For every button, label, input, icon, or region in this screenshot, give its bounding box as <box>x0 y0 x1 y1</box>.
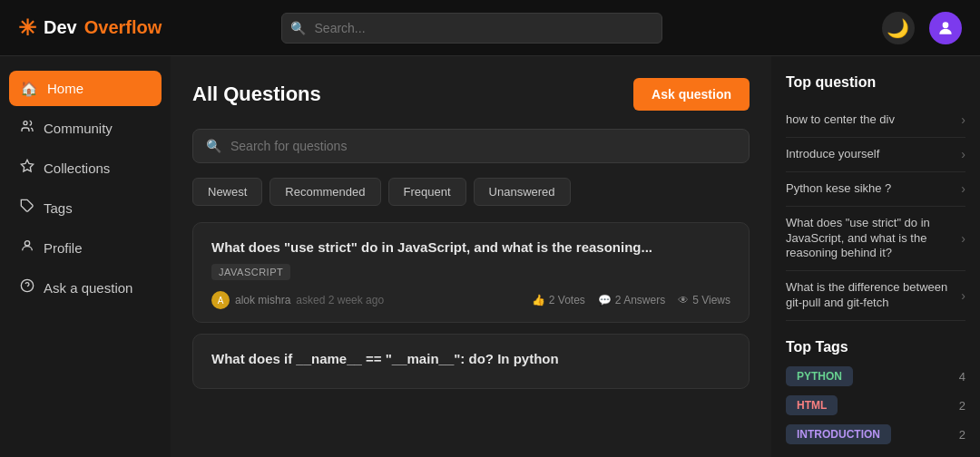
main-content: All Questions Ask question 🔍 Newest Reco… <box>171 56 771 457</box>
search-icon: 🔍 <box>290 21 306 35</box>
top-question-item-5[interactable]: What is the difference between git-pull … <box>786 271 965 321</box>
views-stat-1: 👁 5 Views <box>678 294 730 306</box>
sidebar-item-ask[interactable]: Ask a question <box>9 269 162 306</box>
layout: 🏠 Home Community Collections Tags Pro <box>0 56 980 457</box>
page-title: All Questions <box>192 83 321 106</box>
community-icon <box>20 119 34 137</box>
chevron-right-icon-2: › <box>961 147 965 161</box>
author-avatar-1: A <box>211 291 230 309</box>
top-question-item-4[interactable]: What does "use strict" do in JavaScript,… <box>786 207 965 272</box>
author-time-1: asked 2 week ago <box>296 294 384 306</box>
dark-mode-button[interactable]: 🌙 <box>882 12 915 44</box>
sidebar-item-community-label: Community <box>44 121 113 136</box>
answers-stat-1: 💬 2 Answers <box>598 294 665 306</box>
top-question-item-2[interactable]: Introduce yourself › <box>786 138 965 172</box>
svg-point-1 <box>24 122 27 125</box>
eye-icon: 👁 <box>678 294 689 306</box>
avatar[interactable] <box>929 12 962 44</box>
right-panel: Top question how to center the div › Int… <box>771 56 980 457</box>
question-tabs: Newest Recommended Frequent Unanswered <box>192 178 750 206</box>
home-icon: 🏠 <box>20 80 38 97</box>
ask-icon <box>20 278 34 297</box>
chevron-right-icon-5: › <box>961 288 965 303</box>
tag-pill-python[interactable]: PYTHON <box>786 366 853 386</box>
chevron-right-icon-4: › <box>961 231 965 246</box>
sidebar-item-tags-label: Tags <box>44 200 73 216</box>
sidebar-item-collections-label: Collections <box>44 160 110 176</box>
question-title-2: What does if __name__ == "__main__": do?… <box>211 351 730 366</box>
nav-right: 🌙 <box>882 12 962 44</box>
top-questions-title: Top question <box>786 74 965 91</box>
question-author-1: A alok mishra asked 2 week ago <box>211 291 384 309</box>
tag-count-intro: 2 <box>959 428 965 442</box>
author-name-1: alok mishra <box>235 294 290 306</box>
tab-recommended[interactable]: Recommended <box>270 178 380 206</box>
sidebar-item-collections[interactable]: Collections <box>9 150 162 186</box>
ask-question-button[interactable]: Ask question <box>633 78 750 111</box>
search-input[interactable] <box>281 13 662 44</box>
svg-point-4 <box>24 241 29 246</box>
logo-overflow-text: Overflow <box>84 17 162 38</box>
top-tags-section: Top Tags PYTHON 4 HTML 2 INTRODUCTION 2 <box>786 339 965 444</box>
sidebar-item-tags[interactable]: Tags <box>9 190 162 226</box>
tab-unanswered[interactable]: Unanswered <box>474 178 571 206</box>
topnav-search: 🔍 <box>281 13 662 44</box>
collections-icon <box>20 159 34 177</box>
top-question-text-4: What does "use strict" do in JavaScript,… <box>786 216 956 262</box>
votes-stat-1: 👍 2 Votes <box>532 294 585 306</box>
top-question-item-1[interactable]: how to center the div › <box>786 103 965 138</box>
thumbsup-icon: 👍 <box>532 294 545 306</box>
profile-icon <box>20 238 34 257</box>
questions-search-bar: 🔍 <box>192 129 750 163</box>
tab-frequent[interactable]: Frequent <box>388 178 466 206</box>
question-meta-1: A alok mishra asked 2 week ago 👍 2 Votes… <box>211 291 730 309</box>
tag-pill-intro[interactable]: INTRODUCTION <box>786 424 891 444</box>
tag-row-python: PYTHON 4 <box>786 366 965 386</box>
sidebar-item-ask-label: Ask a question <box>44 280 132 296</box>
sidebar-item-home-label: Home <box>47 81 83 96</box>
question-stats-1: 👍 2 Votes 💬 2 Answers 👁 5 Views <box>532 294 730 306</box>
logo-sun-icon: ✳ <box>18 15 36 41</box>
tag-pill-html[interactable]: HTML <box>786 395 838 415</box>
tags-icon <box>20 199 34 217</box>
tag-count-python: 4 <box>959 370 965 384</box>
top-question-text-2: Introduce yourself <box>786 147 956 162</box>
questions-header: All Questions Ask question <box>192 78 750 111</box>
tag-row-intro: INTRODUCTION 2 <box>786 424 965 444</box>
chevron-right-icon-1: › <box>961 112 965 127</box>
question-card-2[interactable]: What does if __name__ == "__main__": do?… <box>192 334 750 389</box>
questions-search-input[interactable] <box>230 139 736 153</box>
sidebar-item-community[interactable]: Community <box>9 110 162 146</box>
logo-dev-text: Dev <box>44 17 77 38</box>
comment-icon: 💬 <box>598 294 612 306</box>
question-card-1[interactable]: What does "use strict" do in JavaScript,… <box>192 222 750 323</box>
top-question-text-5: What is the difference between git-pull … <box>786 280 956 311</box>
top-question-item-3[interactable]: Python kese sikhe ? › <box>786 172 965 207</box>
tag-count-html: 2 <box>959 399 965 413</box>
questions-search-icon: 🔍 <box>206 139 221 153</box>
svg-point-0 <box>943 22 949 28</box>
logo[interactable]: ✳ Dev Overflow <box>18 15 162 41</box>
chevron-right-icon-3: › <box>961 181 965 196</box>
top-question-text-3: Python kese sikhe ? <box>786 181 956 197</box>
question-title-1: What does "use strict" do in JavaScript,… <box>211 239 730 255</box>
tag-row-html: HTML 2 <box>786 395 965 415</box>
top-question-text-1: how to center the div <box>786 112 956 128</box>
svg-marker-2 <box>21 160 33 171</box>
sidebar-item-home[interactable]: 🏠 Home <box>9 71 162 106</box>
top-tags-title: Top Tags <box>786 339 965 355</box>
topnav: ✳ Dev Overflow 🔍 🌙 <box>0 0 980 56</box>
sidebar-item-profile-label: Profile <box>44 240 83 256</box>
sidebar: 🏠 Home Community Collections Tags Pro <box>0 56 171 457</box>
sidebar-item-profile[interactable]: Profile <box>9 229 162 266</box>
question-tag-1: JAVASCRIPT <box>211 264 290 280</box>
tab-newest[interactable]: Newest <box>192 178 262 206</box>
